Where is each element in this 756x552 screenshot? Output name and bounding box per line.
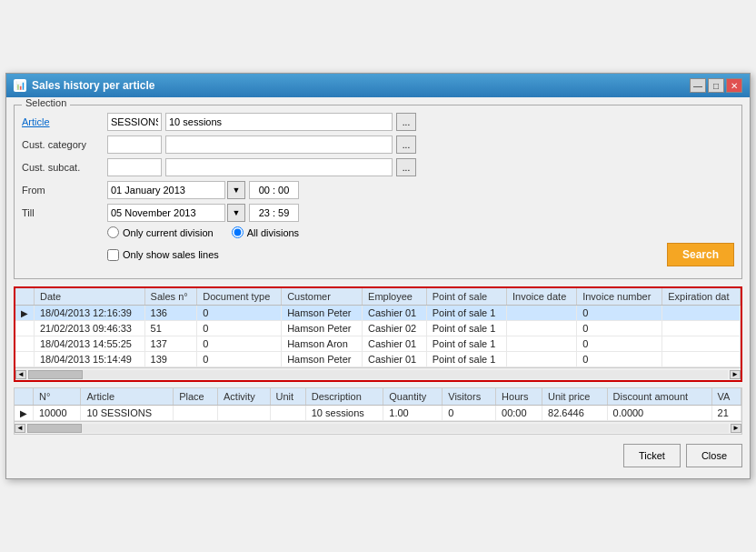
col-d-place[interactable]: Place (174, 388, 218, 406)
till-time-input[interactable] (249, 204, 299, 222)
row-indicator (15, 321, 35, 336)
till-date-input[interactable] (107, 204, 225, 222)
col-indicator (15, 288, 35, 306)
cell-inv-num: 0 (577, 336, 662, 352)
col-d-visitors[interactable]: Visitors (443, 388, 496, 406)
cell-exp-date (662, 321, 741, 336)
cust-subcat-browse-button[interactable]: ... (396, 158, 416, 176)
col-d-description[interactable]: Description (305, 388, 383, 406)
selection-group: Selection Article ... Cust. category ...… (14, 105, 742, 279)
col-d-unit-price[interactable]: Unit price (542, 388, 608, 406)
cust-category-code-input[interactable] (107, 135, 162, 154)
scroll-right-arrow[interactable]: ► (730, 370, 741, 379)
cell-customer: Hamson Peter (282, 352, 363, 367)
row-indicator: ▶ (15, 306, 35, 321)
from-date-input[interactable] (107, 181, 225, 199)
cell-doc-type: 0 (197, 321, 282, 336)
col-d-va[interactable]: VA (711, 388, 741, 406)
cell-doc-type: 0 (197, 306, 282, 321)
close-button[interactable]: Close (686, 444, 742, 467)
article-label[interactable]: Article (22, 116, 104, 127)
group-title: Selection (22, 97, 70, 108)
cell-date: 18/04/2013 14:55:25 (35, 336, 145, 352)
main-table-scroll[interactable]: Date Sales n° Document type Customer Emp… (15, 288, 741, 367)
table-row[interactable]: 18/04/2013 15:14:49 139 0 Hamson Peter C… (15, 352, 741, 367)
col-doc-type[interactable]: Document type (197, 288, 282, 306)
cell-customer: Hamson Aron (282, 336, 363, 352)
col-inv-num[interactable]: Invoice number (577, 288, 662, 306)
only-show-sales-lines-checkbox[interactable]: Only show sales lines (22, 249, 219, 261)
cust-subcat-code-input[interactable] (107, 158, 162, 176)
only-current-division-radio[interactable]: Only current division (107, 226, 214, 238)
all-divisions-radio[interactable]: All divisions (232, 226, 299, 238)
from-date-picker-button[interactable]: ▼ (227, 181, 245, 199)
search-button[interactable]: Search (667, 243, 734, 266)
division-radio-row: Only current division All divisions (22, 226, 734, 238)
col-d-unit[interactable]: Unit (270, 388, 305, 406)
article-code-input[interactable] (107, 113, 162, 131)
only-show-sales-lines-label: Only show sales lines (123, 249, 219, 260)
col-pos[interactable]: Point of sale (426, 288, 506, 306)
detail-table-scroll[interactable]: N° Article Place Activity Unit Descripti… (15, 388, 741, 421)
col-d-quantity[interactable]: Quantity (383, 388, 443, 406)
cust-category-label: Cust. category (22, 139, 104, 150)
title-bar-left: 📊 Sales history per article (14, 79, 154, 92)
scroll-thumb[interactable] (28, 370, 83, 379)
col-date[interactable]: Date (35, 288, 145, 306)
close-window-button[interactable]: ✕ (726, 78, 742, 93)
cell-doc-type: 0 (197, 352, 282, 367)
table-row[interactable]: 18/04/2013 14:55:25 137 0 Hamson Aron Ca… (15, 336, 741, 352)
cell-visitors: 0 (443, 406, 496, 421)
cust-subcat-name-input[interactable] (165, 158, 393, 176)
col-inv-date[interactable]: Invoice date (506, 288, 576, 306)
cust-category-browse-button[interactable]: ... (396, 135, 416, 154)
till-date-picker-button[interactable]: ▼ (227, 204, 245, 222)
detail-table-hscrollbar[interactable]: ◄ ► (15, 421, 741, 434)
ticket-button[interactable]: Ticket (623, 444, 681, 467)
article-row: Article ... (22, 113, 734, 131)
maximize-button[interactable]: □ (708, 78, 724, 93)
col-exp-date[interactable]: Expiration dat (662, 288, 741, 306)
row-indicator (15, 336, 35, 352)
window-body: Selection Article ... Cust. category ...… (6, 97, 750, 478)
detail-table-section: N° Article Place Activity Unit Descripti… (14, 387, 742, 435)
till-date-wrap: ▼ (107, 204, 245, 222)
table-row[interactable]: ▶ 18/04/2013 12:16:39 136 0 Hamson Peter… (15, 306, 741, 321)
cell-sales-n: 136 (144, 306, 197, 321)
cell-inv-num: 0 (577, 321, 662, 336)
cell-inv-date (506, 306, 576, 321)
scroll-track (28, 370, 728, 379)
main-table-hscrollbar[interactable]: ◄ ► (15, 367, 741, 380)
table-row[interactable]: ▶ 10000 10 SESSIONS 10 sessions 1.00 0 0… (15, 406, 741, 421)
cell-va: 21 (711, 406, 741, 421)
cell-place (174, 406, 218, 421)
scroll-left-arrow[interactable]: ◄ (15, 370, 26, 379)
col-employee[interactable]: Employee (363, 288, 427, 306)
col-d-hours[interactable]: Hours (496, 388, 542, 406)
detail-table-header: N° Article Place Activity Unit Descripti… (15, 388, 741, 406)
detail-table: N° Article Place Activity Unit Descripti… (15, 388, 741, 421)
article-name-input[interactable] (165, 113, 393, 131)
col-d-discount[interactable]: Discount amount (607, 388, 711, 406)
cell-date: 18/04/2013 15:14:49 (35, 352, 145, 367)
detail-scroll-left[interactable]: ◄ (15, 424, 25, 433)
from-time-input[interactable] (249, 181, 299, 199)
col-d-n[interactable]: N° (34, 388, 81, 406)
cust-category-name-input[interactable] (165, 135, 393, 154)
detail-scroll-thumb[interactable] (27, 424, 82, 433)
col-customer[interactable]: Customer (282, 288, 363, 306)
cell-pos: Point of sale 1 (426, 336, 506, 352)
table-row[interactable]: 21/02/2013 09:46:33 51 0 Hamson Peter Ca… (15, 321, 741, 336)
row-indicator (15, 352, 35, 367)
article-browse-button[interactable]: ... (396, 113, 416, 131)
main-window: 📊 Sales history per article — □ ✕ Select… (5, 73, 751, 479)
cell-article: 10 SESSIONS (81, 406, 174, 421)
cust-category-row: Cust. category ... (22, 135, 734, 154)
col-sales-n[interactable]: Sales n° (144, 288, 197, 306)
detail-scroll-right[interactable]: ► (731, 424, 741, 433)
minimize-button[interactable]: — (690, 78, 706, 93)
main-table: Date Sales n° Document type Customer Emp… (15, 288, 741, 367)
col-d-activity[interactable]: Activity (217, 388, 270, 406)
cell-description: 10 sessions (305, 406, 383, 421)
col-d-article[interactable]: Article (81, 388, 174, 406)
